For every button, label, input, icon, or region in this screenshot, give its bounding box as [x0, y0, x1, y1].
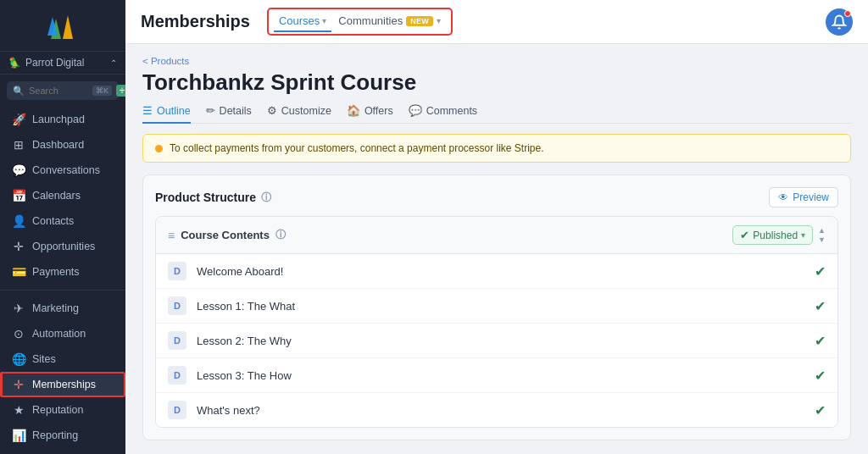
memberships-icon: ✛ — [12, 378, 25, 391]
dashboard-icon: ⊞ — [12, 138, 25, 152]
conversations-icon: 💬 — [12, 163, 25, 177]
subtab-comments[interactable]: 💬 Comments — [409, 104, 477, 124]
sidebar-item-automation[interactable]: ⊙ Automation — [0, 321, 125, 346]
account-icon: 🦜 — [8, 57, 21, 69]
subtab-details[interactable]: ✏ Details — [206, 104, 252, 124]
opportunities-icon: ✛ — [12, 240, 25, 253]
main-content: Memberships Courses ▾ Communities New ▾ — [125, 0, 868, 454]
lesson-title: Lesson 1: The What — [197, 300, 815, 313]
lesson-row-3[interactable]: D Lesson 2: The Why ✔ — [156, 324, 837, 358]
lesson-letter-badge: D — [168, 262, 186, 280]
sidebar-item-dashboard[interactable]: ⊞ Dashboard — [0, 132, 125, 158]
sidebar-item-payments[interactable]: 💳 Payments — [0, 259, 125, 285]
communities-chevron-icon: ▾ — [437, 16, 441, 25]
published-dropdown[interactable]: ✔ Published ▾ — [732, 225, 813, 245]
lesson-letter-badge: D — [168, 296, 186, 315]
search-bar[interactable]: 🔍 ⌘K + — [7, 81, 119, 100]
preview-button[interactable]: 👁 Preview — [769, 187, 838, 208]
account-selector[interactable]: 🦜 Parrot Digital ⌃ — [0, 51, 125, 75]
logo-area — [0, 0, 125, 51]
reporting-icon: 📊 — [12, 429, 25, 442]
top-header: Memberships Courses ▾ Communities New ▾ — [125, 0, 868, 44]
sort-up-icon[interactable]: ▲ — [818, 226, 826, 235]
lesson-row-2[interactable]: D Lesson 1: The What ✔ — [156, 289, 837, 324]
subtab-offers[interactable]: 🏠 Offers — [347, 104, 393, 124]
sidebar-item-launchpad[interactable]: 🚀 Launchpad — [0, 107, 125, 132]
info-icon[interactable]: ⓘ — [261, 191, 271, 205]
header-right — [826, 8, 853, 36]
sidebar-item-opportunities[interactable]: ✛ Opportunities — [0, 234, 125, 259]
subtab-outline[interactable]: ☰ Outline — [142, 104, 191, 124]
product-structure-section: Product Structure ⓘ 👁 Preview ≡ Course C… — [142, 174, 851, 440]
sidebar-item-label: Launchpad — [32, 114, 85, 125]
subtab-customize[interactable]: ⚙ Customize — [267, 104, 331, 124]
course-card-header: ≡ Course Contents ⓘ ✔ Published ▾ ▲ ▼ — [156, 217, 837, 254]
sidebar-item-label: Reporting — [32, 429, 78, 441]
section-header: Product Structure ⓘ 👁 Preview — [155, 187, 838, 208]
sort-down-icon[interactable]: ▼ — [818, 235, 826, 244]
logo-icon — [44, 12, 81, 42]
lesson-letter-badge: D — [168, 331, 186, 350]
notification-button[interactable] — [826, 8, 853, 36]
lesson-check-icon: ✔ — [815, 402, 826, 418]
sort-arrows[interactable]: ▲ ▼ — [818, 226, 826, 244]
tab-courses[interactable]: Courses ▾ — [274, 11, 331, 32]
sidebar-item-reporting[interactable]: 📊 Reporting — [0, 423, 125, 448]
lesson-title: Lesson 3: The How — [197, 369, 815, 382]
sidebar-item-memberships[interactable]: ✛ Memberships — [0, 372, 125, 397]
lesson-title: What's next? — [197, 404, 815, 417]
offers-icon: 🏠 — [347, 104, 360, 117]
lesson-row-1[interactable]: D Welcome Aboard! ✔ — [156, 254, 837, 289]
breadcrumb[interactable]: Products — [142, 56, 851, 66]
bell-icon — [832, 14, 847, 30]
notification-dot — [844, 10, 851, 17]
header-tabs-container: Courses ▾ Communities New ▾ — [267, 8, 453, 36]
course-card: ≡ Course Contents ⓘ ✔ Published ▾ ▲ ▼ — [155, 216, 838, 428]
subtab-offers-label: Offers — [364, 105, 393, 117]
sidebar-item-label: Automation — [32, 328, 86, 340]
automation-icon: ⊙ — [12, 327, 25, 340]
sidebar-item-contacts[interactable]: 👤 Contacts — [0, 208, 125, 234]
header-title: Memberships — [141, 12, 250, 31]
subtab-comments-label: Comments — [426, 105, 477, 117]
reputation-icon: ★ — [12, 403, 25, 417]
subtab-outline-label: Outline — [157, 105, 191, 117]
sidebar-item-reputation[interactable]: ★ Reputation — [0, 397, 125, 423]
sub-tabs: ☰ Outline ✏ Details ⚙ Customize 🏠 Offers… — [142, 104, 851, 124]
sidebar-item-sites[interactable]: 🌐 Sites — [0, 346, 125, 372]
lesson-letter-badge: D — [168, 401, 186, 419]
search-icon: 🔍 — [13, 86, 25, 97]
sidebar-item-conversations[interactable]: 💬 Conversations — [0, 158, 125, 183]
payments-icon: 💳 — [12, 265, 25, 279]
alert-message: To collect payments from your customers,… — [170, 142, 544, 154]
comments-icon: 💬 — [409, 104, 422, 117]
launchpad-icon: 🚀 — [12, 113, 25, 126]
marketing-icon: ✈ — [12, 302, 25, 315]
add-new-button[interactable]: + — [116, 85, 125, 97]
outline-icon: ☰ — [142, 104, 153, 117]
lesson-row-5[interactable]: D What's next? ✔ — [156, 393, 837, 427]
preview-icon: 👁 — [778, 191, 788, 203]
lesson-row-4[interactable]: D Lesson 3: The How ✔ — [156, 358, 837, 393]
lesson-check-icon: ✔ — [815, 298, 826, 314]
section-title-text: Product Structure — [155, 191, 256, 204]
sidebar-item-marketing[interactable]: ✈ Marketing — [0, 296, 125, 321]
svg-marker-1 — [63, 15, 73, 39]
sidebar-item-label: Reputation — [32, 404, 83, 416]
communities-tab-label: Communities — [338, 14, 403, 27]
content-area: Products Torchbankz Sprint Course ☰ Outl… — [125, 44, 868, 454]
sidebar-item-label: Payments — [32, 266, 80, 278]
search-input[interactable] — [29, 86, 88, 96]
course-info-icon[interactable]: ⓘ — [275, 228, 286, 242]
sidebar-item-label: Dashboard — [32, 139, 84, 151]
sidebar-item-label: Conversations — [32, 164, 100, 176]
courses-chevron-icon: ▾ — [322, 16, 326, 25]
tab-communities[interactable]: Communities New ▾ — [333, 11, 446, 32]
subtab-details-label: Details — [220, 105, 252, 117]
courses-tab-label: Courses — [279, 14, 320, 27]
alert-banner: To collect payments from your customers,… — [142, 134, 851, 163]
sidebar-item-label: Calendars — [32, 190, 81, 202]
lesson-title: Lesson 2: The Why — [197, 335, 815, 347]
sidebar-item-calendars[interactable]: 📅 Calendars — [0, 183, 125, 208]
sidebar: 🦜 Parrot Digital ⌃ 🔍 ⌘K + 🚀 Launchpad ⊞ … — [0, 0, 125, 454]
